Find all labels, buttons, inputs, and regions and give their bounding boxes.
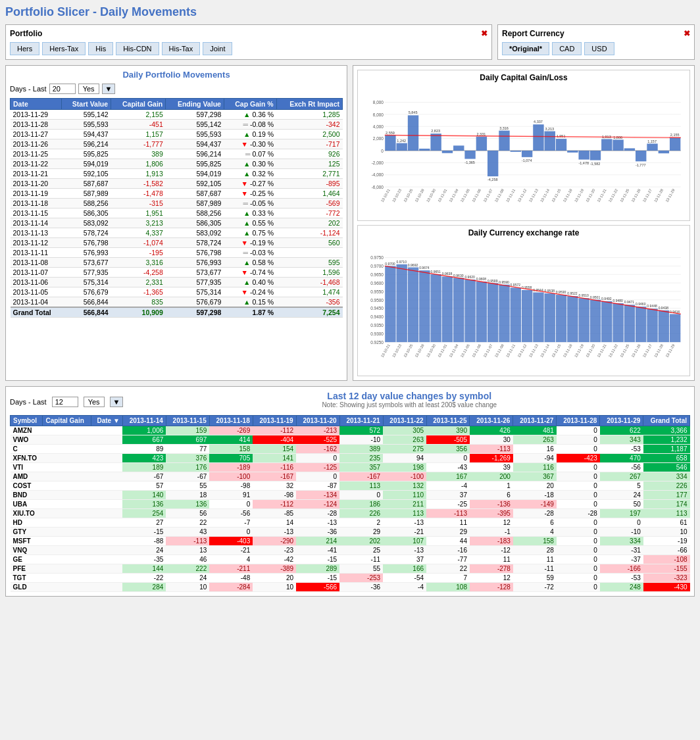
svg-text:2,559: 2,559 <box>386 131 395 135</box>
cell-val: -18 <box>513 491 557 500</box>
col-exch: Exch Rt Impact <box>276 99 342 110</box>
list-item: AMD-67-67-100-1670-167-10016720036702673… <box>11 472 690 481</box>
cell-val: 12 <box>470 574 513 583</box>
cell-val: 13 <box>166 546 209 555</box>
cell-val: 254 <box>122 509 166 518</box>
cell-val: 0 <box>557 537 600 546</box>
filter-dropdown[interactable]: ▼ <box>102 84 116 94</box>
cell-val: 1,006 <box>122 426 166 435</box>
list-item: GTY-15430-13-3629-2129-140-1010 <box>11 528 690 537</box>
cell-val: -566 <box>296 583 339 592</box>
cell-date-val <box>91 509 123 518</box>
symbol-days-input[interactable] <box>52 397 78 407</box>
cell-val: 0 <box>557 555 600 564</box>
svg-text:0.9550: 0.9550 <box>370 289 384 294</box>
cell-val: 226 <box>339 509 383 518</box>
cell-val: 32 <box>253 481 296 491</box>
cell-val: 0 <box>209 500 253 509</box>
cell-val: -128 <box>470 583 513 592</box>
cell-ending: 576,798 <box>166 248 224 258</box>
currency-tag[interactable]: *Original* <box>502 42 549 55</box>
svg-text:-2,000: -2,000 <box>372 160 384 165</box>
cell-start: 575,314 <box>62 278 111 287</box>
cell-val: -125 <box>296 463 339 472</box>
svg-text:13-11-27: 13-11-27 <box>642 343 653 358</box>
cell-exch <box>276 248 342 258</box>
list-item: GE-35464-42-15-1137-7711110-37-108 <box>11 555 690 564</box>
svg-text:1,157: 1,157 <box>647 139 657 143</box>
svg-rect-129 <box>453 278 464 342</box>
portfolio-tag[interactable]: His-CDN <box>116 42 159 55</box>
svg-text:13-11-19: 13-11-19 <box>574 343 584 358</box>
cell-val: 0 <box>557 528 600 537</box>
cell-val: -269 <box>209 426 253 435</box>
cell-val: -56 <box>209 509 253 518</box>
cell-val: 0 <box>557 463 600 472</box>
cell-val: 0 <box>296 472 339 481</box>
table-row: 2013-11-08 573,677 3,316 576,993 ▲ 0.58 … <box>11 258 343 268</box>
cell-val: -67 <box>122 472 166 481</box>
table-row: 2013-11-13 578,724 4,337 583,092 ▲ 0.75 … <box>11 228 343 238</box>
portfolio-tag[interactable]: Hers-Tax <box>42 42 86 55</box>
cell-date: 2013-11-13 <box>11 228 62 238</box>
cell-val: 29 <box>426 528 470 537</box>
cell-date: 2013-11-20 <box>11 179 62 189</box>
cell-val: 546 <box>643 463 690 472</box>
col-start: Start Value <box>62 99 111 110</box>
svg-text:13-10-28: 13-10-28 <box>414 188 425 203</box>
cell-val: -16 <box>426 546 470 555</box>
svg-rect-153 <box>545 293 555 342</box>
portfolio-icon[interactable]: ✖ <box>481 29 488 38</box>
svg-text:13-10-23: 13-10-23 <box>391 343 402 358</box>
cell-start: 595,142 <box>62 110 111 120</box>
cell-val: 4 <box>209 555 253 564</box>
svg-rect-28 <box>430 134 441 151</box>
svg-text:0.9300: 0.9300 <box>370 332 384 336</box>
col-ending: Ending Value <box>166 99 224 110</box>
cell-pct: ═ -0.03 % <box>224 248 276 258</box>
yes-button[interactable]: Yes <box>78 84 99 94</box>
cell-val: 202 <box>339 537 383 546</box>
cell-exch: 560 <box>276 238 342 248</box>
days-input[interactable] <box>49 84 76 94</box>
svg-rect-69 <box>601 139 612 151</box>
cell-total-exch: 7,254 <box>276 307 342 318</box>
cell-ending: 573,677 <box>166 268 224 278</box>
cell-val: 622 <box>600 426 643 435</box>
symbol-yes-button[interactable]: Yes <box>84 397 105 407</box>
portfolio-tag[interactable]: His <box>88 42 113 55</box>
cell-val: -37 <box>600 555 643 564</box>
currency-icon[interactable]: ✖ <box>684 29 690 38</box>
cell-start: 573,677 <box>62 258 111 268</box>
cell-val: -1 <box>470 528 513 537</box>
svg-text:0.9250: 0.9250 <box>370 340 384 345</box>
svg-text:0.9650: 0.9650 <box>370 272 384 277</box>
sym-col-capgain: Capital Gain <box>43 416 91 426</box>
svg-line-88 <box>385 135 681 137</box>
cell-val: -423 <box>557 454 600 463</box>
symbol-filter-dropdown[interactable]: ▼ <box>110 397 124 407</box>
cell-ending: 594,019 <box>166 169 224 179</box>
svg-text:0.9510: 0.9510 <box>578 293 589 297</box>
cell-val: -98 <box>209 481 253 491</box>
currency-tags: *Original*CADUSD <box>502 42 690 55</box>
currency-tag[interactable]: CAD <box>552 42 582 55</box>
svg-text:-1,478: -1,478 <box>578 161 589 165</box>
sym-col-1125: 2013-11-25 <box>426 416 470 426</box>
cell-val: -72 <box>513 583 557 592</box>
portfolio-tag[interactable]: Joint <box>203 42 232 55</box>
cell-pct: ▲ 0.19 % <box>224 130 276 139</box>
cell-val: 107 <box>383 537 426 546</box>
cell-exch: -895 <box>276 179 342 189</box>
portfolio-tag[interactable]: His-Tax <box>162 42 201 55</box>
cell-val: -100 <box>209 472 253 481</box>
currency-tag[interactable]: USD <box>584 42 614 55</box>
cell-symbol: GTY <box>11 528 43 537</box>
cell-val: -28 <box>557 509 600 518</box>
list-item: C8977158154-162389275356-113160-531,187 <box>11 445 690 454</box>
cell-gain: 2,331 <box>111 278 166 287</box>
portfolio-tag[interactable]: Hers <box>10 42 39 55</box>
cell-val: -10 <box>339 435 383 445</box>
svg-text:13-11-14: 13-11-14 <box>539 343 550 358</box>
table-row: 2013-11-22 594,019 1,806 595,825 ▲ 0.30 … <box>11 159 343 169</box>
